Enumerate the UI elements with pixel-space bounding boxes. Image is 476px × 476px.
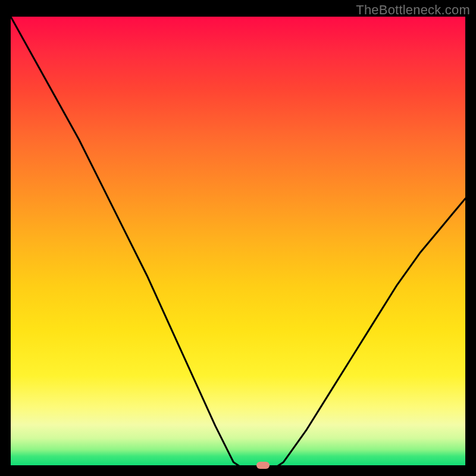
optimal-point-marker bbox=[256, 462, 270, 469]
bottleneck-curve bbox=[11, 17, 465, 471]
watermark-label: TheBottleneck.com bbox=[356, 2, 470, 18]
plot-area bbox=[11, 17, 465, 465]
chart-frame: TheBottleneck.com bbox=[0, 0, 476, 476]
